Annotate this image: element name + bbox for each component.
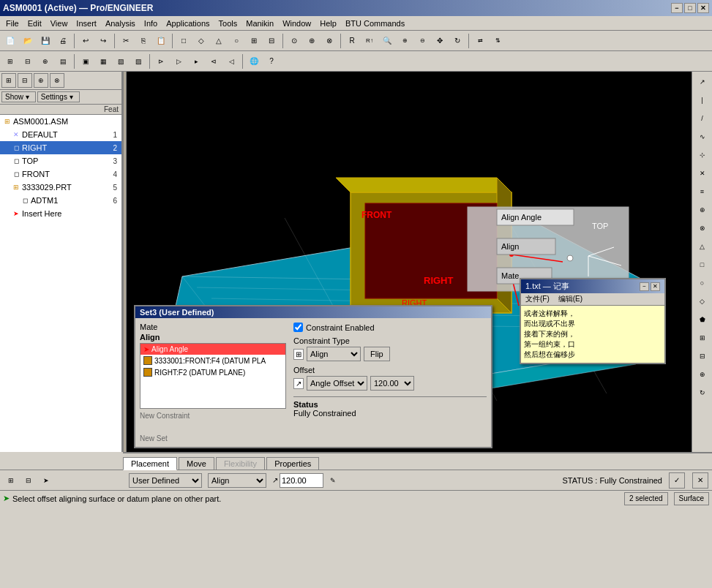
- tb-open[interactable]: 📂: [20, 33, 36, 49]
- bt-cancel[interactable]: ✕: [692, 472, 708, 489]
- tb-r1[interactable]: R: [344, 33, 360, 49]
- list-ref2[interactable]: RIGHT:F2 (DATUM PLANE): [140, 366, 285, 378]
- tb-copy[interactable]: ⎘: [135, 33, 151, 49]
- menu-tools[interactable]: Tools: [214, 18, 242, 29]
- tb-help[interactable]: ?: [263, 53, 280, 69]
- menu-help[interactable]: Help: [315, 18, 341, 29]
- tree-item-default[interactable]: ✕ DEFAULT 1: [0, 128, 121, 141]
- tb-rotate[interactable]: ↻: [449, 33, 465, 49]
- surface-label[interactable]: Surface: [674, 492, 709, 505]
- tb-shade3[interactable]: ▧: [113, 53, 129, 69]
- rt-btn12[interactable]: ○: [694, 275, 711, 291]
- menu-insert[interactable]: Insert: [72, 18, 101, 29]
- rt-btn9[interactable]: ⊗: [694, 220, 711, 236]
- tb-shade1[interactable]: ▣: [78, 53, 94, 69]
- menu-analysis[interactable]: Analysis: [101, 18, 140, 29]
- menu-view[interactable]: View: [46, 18, 72, 29]
- tree-item-top[interactable]: ◻ TOP 3: [0, 154, 121, 167]
- tb-sketch2[interactable]: ◇: [193, 33, 209, 49]
- menu-btu[interactable]: BTU Commands: [341, 18, 409, 29]
- tab-placement[interactable]: Placement: [123, 457, 177, 470]
- rt-btn15[interactable]: ⊞: [694, 330, 711, 346]
- menu-info[interactable]: Info: [140, 18, 162, 29]
- notepad-menu-edit[interactable]: 编辑(E): [554, 293, 587, 305]
- tb-panel-icon3[interactable]: ⊕: [34, 73, 48, 88]
- tb-paste[interactable]: 📋: [153, 33, 169, 49]
- tb-r2[interactable]: R↑: [361, 33, 378, 49]
- tb-arrow4[interactable]: ⊲: [206, 53, 222, 69]
- tree-item-front[interactable]: ◻ FRONT 4: [0, 167, 121, 181]
- notepad-close[interactable]: ✕: [651, 282, 660, 291]
- tb-zoom3[interactable]: ⊖: [414, 33, 430, 49]
- offset-type-select[interactable]: Angle Offset Offset No Offset: [307, 376, 367, 391]
- rt-btn6[interactable]: ✕: [694, 165, 711, 181]
- tb-grid3[interactable]: ⊕: [37, 53, 53, 69]
- notepad-minimize[interactable]: −: [640, 282, 649, 291]
- constraint-type-select[interactable]: Align Mate Insert Coord Sys: [307, 347, 361, 361]
- rt-btn7[interactable]: ≡: [694, 184, 711, 200]
- settings-dropdown[interactable]: Settings ▾: [37, 91, 80, 102]
- rt-btn8[interactable]: ⊕: [694, 202, 711, 218]
- notepad-menu-file[interactable]: 文件(F): [521, 293, 554, 305]
- tb-sketch4[interactable]: ○: [228, 33, 244, 49]
- rt-btn3[interactable]: /: [694, 110, 711, 127]
- tb-view1[interactable]: ⊙: [286, 33, 302, 49]
- tb-print[interactable]: 🖨: [55, 33, 71, 49]
- rt-btn2[interactable]: |: [694, 92, 711, 108]
- tb-pan[interactable]: ✥: [432, 33, 448, 49]
- tb-zoom1[interactable]: 🔍: [379, 33, 395, 49]
- rt-btn13[interactable]: ◇: [694, 293, 711, 309]
- tb-redo[interactable]: ↪: [95, 33, 111, 49]
- rt-btn10[interactable]: △: [694, 238, 711, 255]
- tb-layer[interactable]: ▤: [55, 53, 71, 69]
- rt-btn16[interactable]: ⊟: [694, 348, 711, 364]
- rt-btn18[interactable]: ↻: [694, 385, 711, 401]
- tb-extra2[interactable]: ⇅: [490, 33, 506, 49]
- bt-icon2[interactable]: ⊟: [21, 473, 36, 488]
- tb-globe[interactable]: 🌐: [246, 53, 262, 69]
- tb-arrow5[interactable]: ◁: [223, 53, 239, 69]
- menu-window[interactable]: Window: [278, 18, 315, 29]
- tb-save[interactable]: 💾: [37, 33, 53, 49]
- offset-value-select[interactable]: 120.00: [370, 376, 414, 391]
- list-align-angle[interactable]: ➤ Align Angle: [140, 344, 285, 355]
- tb-view2[interactable]: ⊕: [304, 33, 320, 49]
- tree-item-right[interactable]: ◻ RIGHT 2: [0, 141, 121, 154]
- tb-shade4[interactable]: ▨: [130, 53, 146, 69]
- tree-item-adtm1[interactable]: ◻ ADTM1 6: [0, 194, 121, 207]
- tb-sketch6[interactable]: ⊟: [263, 33, 280, 49]
- tb-grid2[interactable]: ⊟: [20, 53, 36, 69]
- constraint-select[interactable]: Align: [208, 473, 266, 488]
- show-dropdown[interactable]: Show ▾: [1, 91, 36, 102]
- tb-panel-icon4[interactable]: ⊗: [50, 73, 64, 88]
- tree-item-part[interactable]: ⊞ 3333029.PRT 5: [0, 181, 121, 194]
- flip-button[interactable]: Flip: [364, 347, 390, 361]
- minimize-button[interactable]: −: [671, 3, 683, 13]
- tb-sketch3[interactable]: △: [211, 33, 227, 49]
- rt-btn1[interactable]: ↗: [694, 74, 711, 90]
- tb-panel-icon1[interactable]: ⊞: [1, 73, 16, 88]
- tb-extra1[interactable]: ⇄: [472, 33, 488, 49]
- tab-move[interactable]: Move: [179, 457, 214, 470]
- rt-btn5[interactable]: ⊹: [694, 147, 711, 163]
- menu-applications[interactable]: Applications: [162, 18, 214, 29]
- close-button[interactable]: ✕: [697, 3, 709, 13]
- tb-grid1[interactable]: ⊞: [2, 53, 18, 69]
- tb-undo[interactable]: ↩: [78, 33, 94, 49]
- tb-sketch1[interactable]: □: [176, 33, 192, 49]
- menu-file[interactable]: File: [1, 18, 23, 29]
- constraint-list[interactable]: ➤ Align Angle 3333001:FRONT:F4 (DATUM PL…: [140, 343, 286, 409]
- tb-arrow1[interactable]: ⊳: [153, 53, 169, 69]
- menu-edit[interactable]: Edit: [23, 18, 46, 29]
- type-select[interactable]: User Defined: [129, 473, 202, 488]
- bt-icon3[interactable]: ➤: [39, 473, 53, 488]
- constraint-enabled-checkbox[interactable]: [293, 323, 303, 332]
- tab-properties[interactable]: Properties: [266, 457, 319, 470]
- tb-cut[interactable]: ✂: [118, 33, 134, 49]
- tb-new[interactable]: 📄: [2, 33, 18, 49]
- tb-panel-icon2[interactable]: ⊟: [18, 73, 32, 88]
- offset-value-input[interactable]: [280, 473, 323, 488]
- tb-zoom2[interactable]: ⊕: [397, 33, 413, 49]
- tree-item-asm0001[interactable]: ⊞ ASM0001.ASM: [0, 115, 121, 128]
- rt-btn17[interactable]: ⊕: [694, 366, 711, 382]
